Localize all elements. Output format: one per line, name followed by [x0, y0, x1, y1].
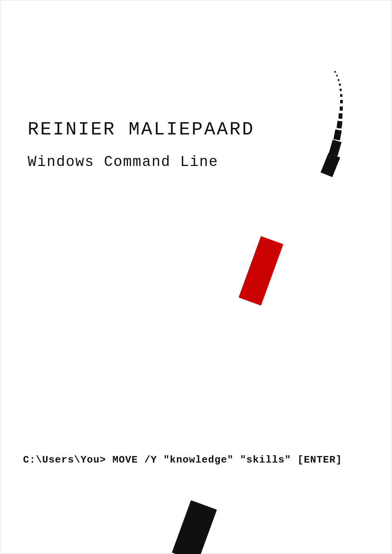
svg-rect-11 [334, 129, 342, 141]
svg-rect-5 [340, 89, 342, 91]
svg-rect-7 [340, 100, 343, 103]
svg-rect-14 [239, 236, 283, 306]
svg-rect-12 [329, 139, 342, 156]
author-name: REINIER MALIEPAARD [28, 119, 254, 140]
svg-rect-15 [172, 500, 217, 554]
svg-rect-3 [338, 79, 339, 81]
svg-rect-13 [321, 153, 340, 177]
svg-rect-9 [339, 113, 343, 119]
svg-rect-0 [0, 0, 392, 554]
svg-rect-1 [334, 71, 336, 73]
svg-rect-8 [340, 106, 343, 111]
command-prompt-text: C:\Users\You> MOVE /Y "knowledge" "skill… [23, 454, 369, 466]
svg-rect-2 [336, 75, 338, 76]
svg-rect-6 [340, 94, 342, 97]
book-title: Windows Command Line [28, 154, 218, 170]
svg-rect-10 [337, 121, 342, 128]
book-cover: REINIER MALIEPAARD Windows Command Line … [0, 0, 392, 554]
svg-rect-4 [339, 84, 341, 86]
